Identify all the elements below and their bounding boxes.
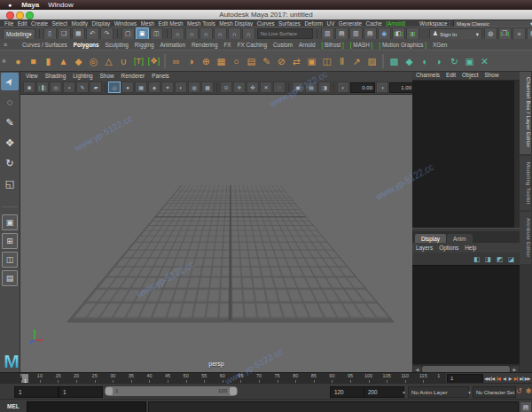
panel-menu-item[interactable]: Show xyxy=(100,73,114,79)
shelf-tab[interactable]: Rendering xyxy=(192,42,218,48)
select-hierarchy-icon[interactable]: ▢ xyxy=(121,27,135,40)
exposure-field[interactable]: 0.00 xyxy=(350,82,375,93)
snap-to-projected-center-icon[interactable]: ∩ xyxy=(214,27,227,40)
menu-set-dropdown[interactable]: Modeling ▾ xyxy=(3,28,35,40)
poly-sphere-icon[interactable]: ● xyxy=(11,53,26,69)
subdivide-icon[interactable]: ▤ xyxy=(244,53,259,69)
anim-layer-dropdown[interactable]: No Anim Layer xyxy=(408,386,469,398)
shelf-menu-icon[interactable]: ≡ xyxy=(4,42,16,48)
command-input-field[interactable] xyxy=(27,401,146,412)
shelf-separator[interactable] xyxy=(382,54,384,68)
character-set-dropdown[interactable]: No Character Set xyxy=(473,386,516,398)
target-weld-icon[interactable]: ⇄ xyxy=(289,53,304,69)
wireframe-on-shaded-icon[interactable]: ◈ xyxy=(148,82,160,93)
open-scene-icon[interactable]: ❏ xyxy=(58,27,71,40)
menu-item[interactable]: Edit Mesh xyxy=(159,20,184,27)
ipr-render-icon[interactable]: ▥ xyxy=(349,27,363,40)
separate-icon[interactable]: ◑ xyxy=(184,53,199,69)
camera-attributes-icon[interactable]: ◎ xyxy=(50,82,62,93)
shelf-tab[interactable]: Sculpting xyxy=(106,42,129,48)
sidebar-tab[interactable]: Attribute Editor xyxy=(520,212,531,264)
auto-keyframe-icon[interactable]: ↺ xyxy=(514,386,523,396)
poly-cone-icon[interactable]: ▲ xyxy=(56,53,71,69)
layout-four-pane-button[interactable]: ⊞ xyxy=(2,233,18,249)
chevron-down-icon[interactable]: ▼ xyxy=(402,390,406,395)
perspective-viewport[interactable]: ViewShadingLightingShowRendererPanels ◙❚… xyxy=(20,70,414,374)
channel-box-toggle-icon[interactable]: ≡ xyxy=(512,27,526,40)
script-editor-icon[interactable]: ▤ xyxy=(520,401,532,412)
range-slider[interactable]: 1 120 xyxy=(105,386,238,396)
sign-in-button[interactable]: ♟ Sign In ▾ xyxy=(429,28,482,40)
macos-menu-item[interactable]: Window xyxy=(48,1,73,9)
panel-menu-item[interactable]: Renderer xyxy=(121,73,145,79)
sculpt-relax-icon[interactable]: ◖ xyxy=(417,53,432,69)
booleans-icon[interactable]: ⊕ xyxy=(199,53,214,69)
new-anim-layer-selected-icon[interactable]: ◪ xyxy=(506,254,516,264)
multi-cut-icon[interactable]: ✎ xyxy=(259,53,274,69)
menu-item[interactable]: Curves xyxy=(257,20,275,27)
menu-item[interactable]: Generate xyxy=(339,20,362,27)
snap-to-grid-icon[interactable]: ∩ xyxy=(171,27,184,40)
menu-item[interactable]: Modify xyxy=(71,20,88,27)
gamma-icon[interactable]: ◑ xyxy=(376,82,388,93)
exposure-icon[interactable]: ◐ xyxy=(337,82,349,93)
command-result-field[interactable] xyxy=(148,401,519,412)
chevron-down-icon[interactable]: ▼ xyxy=(467,390,472,395)
gate-mask-icon[interactable]: ✕ xyxy=(260,82,272,93)
modeling-toolkit-toggle-icon[interactable]: ❒ xyxy=(498,27,512,40)
fill-hole-icon[interactable]: ▦ xyxy=(214,53,229,69)
layer-editor-menu-item[interactable]: Help xyxy=(465,245,476,251)
playback-end-field[interactable]: 120 xyxy=(330,386,365,398)
live-surface-field[interactable]: No Live Surface xyxy=(257,28,313,39)
shelf-separator[interactable] xyxy=(164,54,166,68)
shaded-icon[interactable]: ● xyxy=(121,82,134,93)
snap-to-point-icon[interactable]: ∩ xyxy=(200,27,213,40)
svg-tool-icon[interactable]: ❖ xyxy=(146,53,161,69)
channel-box-list[interactable] xyxy=(412,81,520,228)
xray-active-icon[interactable]: ◨ xyxy=(318,82,331,93)
field-chart-icon[interactable]: ✛ xyxy=(233,82,246,93)
bridge-icon[interactable]: Ⅱ xyxy=(334,53,349,69)
image-plane-icon[interactable]: ✎ xyxy=(76,82,89,93)
paint-select-tool[interactable]: ✎ xyxy=(1,113,19,131)
range-start-handle[interactable] xyxy=(106,387,113,395)
layer-list[interactable] xyxy=(412,265,520,364)
layout-two-pane-button[interactable]: ◫ xyxy=(2,252,18,268)
shelf-tab[interactable]: XGen xyxy=(433,42,447,48)
xray-joints-icon[interactable]: ▤ xyxy=(305,82,317,93)
smooth-icon[interactable]: ○ xyxy=(229,53,244,69)
sculpt-tool-icon[interactable]: ▩ xyxy=(387,53,402,69)
channel-box-menu-item[interactable]: Object xyxy=(462,72,478,78)
sculpt-erase-icon[interactable]: ✕ xyxy=(477,53,492,69)
channel-box-menu-item[interactable]: Edit xyxy=(446,72,456,78)
menu-item[interactable]: Edit xyxy=(18,20,27,27)
current-time-field[interactable]: 1 xyxy=(447,374,483,384)
symmetry-icon[interactable]: ▨ xyxy=(364,53,379,69)
lock-camera-icon[interactable]: ❚ xyxy=(36,82,49,93)
shelf-tab[interactable]: Polygons xyxy=(74,42,99,48)
animation-start-field[interactable]: 1 xyxy=(14,386,59,398)
menu-item[interactable]: Windows xyxy=(114,20,137,27)
use-all-lights-icon[interactable]: ✦ xyxy=(161,82,174,93)
resolution-gate-icon[interactable]: ✜ xyxy=(246,82,259,93)
redo-icon[interactable]: ↷ xyxy=(100,27,113,40)
combine-icon[interactable]: ∞ xyxy=(168,53,184,69)
sculpt-pinch-icon[interactable]: ↻ xyxy=(447,53,462,69)
snap-to-curve-icon[interactable]: ∩ xyxy=(185,27,199,40)
menu-item[interactable]: UV xyxy=(327,20,335,27)
save-scene-icon[interactable]: ▦ xyxy=(72,27,85,40)
command-line-language-label[interactable]: MEL xyxy=(7,403,20,409)
attribute-editor-toggle-icon[interactable]: ▤ xyxy=(527,27,532,40)
layout-outliner-button[interactable]: ▤ xyxy=(2,270,18,286)
shelf-tab[interactable]: Animation xyxy=(160,42,185,48)
layout-single-pane-button[interactable]: ▣ xyxy=(2,214,18,230)
grease-pencil-icon[interactable]: ▰ xyxy=(90,82,102,93)
poly-plane-icon[interactable]: ◆ xyxy=(71,53,86,69)
viewport-canvas[interactable]: persp xyxy=(21,95,412,372)
channel-box-menu-item[interactable]: Channels xyxy=(416,72,440,78)
mirror-icon[interactable]: ◫ xyxy=(319,53,334,69)
xray-icon[interactable]: ▣ xyxy=(292,82,304,93)
shelf-tab[interactable]: Bifrost xyxy=(322,42,344,48)
poly-cube-icon[interactable]: ■ xyxy=(26,53,41,69)
menu-item[interactable]: Arnold xyxy=(386,20,405,27)
